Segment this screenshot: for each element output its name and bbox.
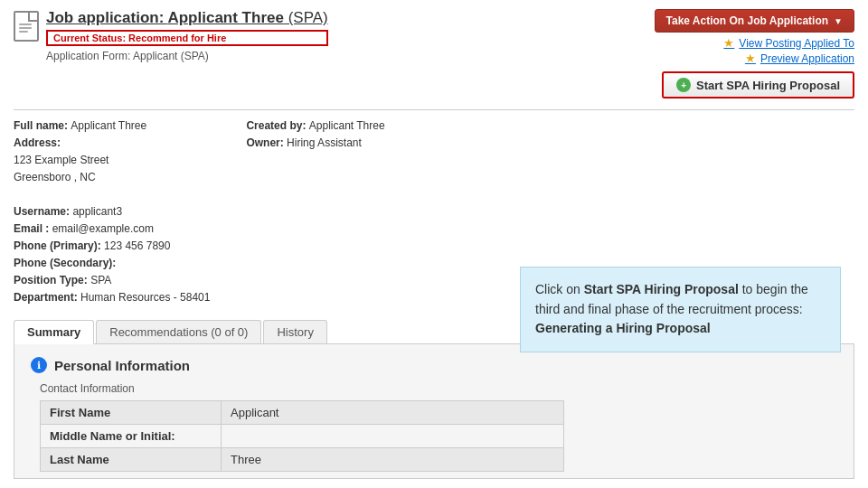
info-phone-primary: Phone (Primary): 123 456 7890 xyxy=(14,238,210,254)
info-street: 123 Example Street xyxy=(14,152,210,168)
label-middlename: Middle Name or Initial: xyxy=(41,425,222,448)
tab-recommendations[interactable]: Recommendations (0 of 0) xyxy=(96,320,261,343)
info-phone-secondary: Phone (Secondary): xyxy=(14,255,210,271)
info-spacer xyxy=(14,186,210,202)
info-city: Greensboro , NC xyxy=(14,169,210,185)
info-created-by: Created by: Applicant Three xyxy=(246,117,384,134)
action-panel: Take Action On Job Application ★ View Po… xyxy=(655,9,854,99)
header-divider xyxy=(14,109,854,110)
tooltip-bold-1: Start SPA Hiring Proposal xyxy=(584,282,739,296)
page-wrapper: Job application: Applicant Three (SPA) C… xyxy=(0,0,868,488)
page-title: Job application: Applicant Three (SPA) xyxy=(46,9,328,27)
info-fullname: Full name: Applicant Three xyxy=(14,117,210,134)
subsection-label: Contact Information xyxy=(40,382,837,395)
star-icon-1: ★ xyxy=(723,36,734,50)
table-row-middlename: Middle Name or Initial: xyxy=(41,425,564,448)
label-lastname: Last Name xyxy=(41,448,222,472)
value-firstname: Applicant xyxy=(222,401,564,425)
tab-history[interactable]: History xyxy=(263,320,326,343)
table-row-lastname: Last Name Three xyxy=(41,448,564,472)
info-owner: Owner: Hiring Assistant xyxy=(246,135,384,151)
preview-link[interactable]: ★ Preview Application xyxy=(745,52,854,65)
take-action-button[interactable]: Take Action On Job Application xyxy=(655,9,854,33)
info-address-label: Address: xyxy=(14,135,210,151)
tooltip-box: Click on Start SPA Hiring Proposal to be… xyxy=(520,267,841,352)
header-row: Job application: Applicant Three (SPA) C… xyxy=(14,9,854,99)
status-badge: Current Status: Recommend for Hire xyxy=(46,30,328,46)
action-links: ★ View Posting Applied To ★ Preview Appl… xyxy=(723,36,854,65)
header-left: Job application: Applicant Three (SPA) C… xyxy=(14,9,328,62)
section-header: ℹ Personal Information xyxy=(31,357,837,373)
table-row-firstname: First Name Applicant xyxy=(41,401,564,425)
main-content: Full name: Applicant Three Address: 123 … xyxy=(14,117,854,313)
star-icon-2: ★ xyxy=(745,52,756,65)
label-firstname: First Name xyxy=(41,401,222,425)
section-title: Personal Information xyxy=(54,358,190,373)
title-block: Job application: Applicant Three (SPA) C… xyxy=(46,9,328,62)
title-suffix: (SPA) xyxy=(284,9,328,26)
section-icon: ℹ xyxy=(31,357,47,373)
tooltip-text-1: Click on xyxy=(535,282,584,296)
preview-label: Preview Application xyxy=(760,52,854,65)
info-username: Username: applicant3 xyxy=(14,203,210,220)
value-lastname: Three xyxy=(222,448,564,472)
info-department: Department: Human Resources - 58401 xyxy=(14,289,210,305)
info-position-type: Position Type: SPA xyxy=(14,272,210,288)
view-posting-label: View Posting Applied To xyxy=(739,37,854,50)
start-proposal-button[interactable]: + Start SPA Hiring Proposal xyxy=(662,71,854,99)
applicant-name: Applicant Three xyxy=(167,9,283,26)
app-form-label: Application Form: Applicant (SPA) xyxy=(46,50,328,62)
value-middlename xyxy=(222,425,564,448)
tab-summary[interactable]: Summary xyxy=(14,320,94,344)
view-posting-link[interactable]: ★ View Posting Applied To xyxy=(723,36,854,50)
info-email: Email : email@example.com xyxy=(14,221,210,237)
info-col-left: Full name: Applicant Three Address: 123 … xyxy=(14,117,210,305)
document-icon xyxy=(14,11,39,42)
tooltip-bold-2: Generating a Hiring Proposal xyxy=(535,321,711,335)
content-area: ℹ Personal Information Contact Informati… xyxy=(14,344,854,479)
personal-info-table: First Name Applicant Middle Name or Init… xyxy=(40,400,564,472)
info-col-right: Created by: Applicant Three Owner: Hirin… xyxy=(246,117,384,305)
title-prefix: Job application: xyxy=(46,9,167,26)
green-circle-icon: + xyxy=(676,78,691,92)
start-proposal-label: Start SPA Hiring Proposal xyxy=(696,79,840,92)
